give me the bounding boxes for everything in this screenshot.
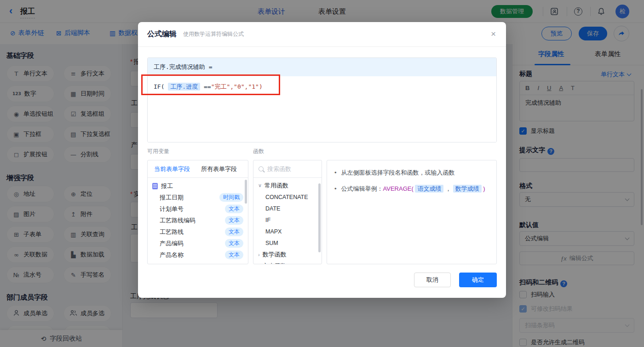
- variable-row[interactable]: 工艺路线编码文本: [148, 215, 248, 226]
- search-placeholder: 搜索函数: [267, 165, 291, 173]
- type-badge: 文本: [225, 250, 243, 259]
- function-item[interactable]: MAPX: [253, 226, 322, 237]
- search-icon: [259, 166, 264, 171]
- chevron-expanded-icon: ∨: [258, 182, 262, 188]
- modal-title: 公式编辑: [147, 29, 177, 39]
- variables-tabs: 当前表单字段 所有表单字段: [148, 160, 248, 178]
- variables-panel: 当前表单字段 所有表单字段 报工 报工日期时间戳 计划单号文本 工艺路线编码文本…: [147, 160, 248, 264]
- function-group-common[interactable]: ∨常用函数: [253, 180, 322, 191]
- function-item[interactable]: DATE: [253, 203, 322, 214]
- function-item[interactable]: IF: [253, 214, 322, 226]
- function-item[interactable]: SUM: [253, 237, 322, 249]
- formula-help-panel: • 从左侧面板选择字段名和函数，或输入函数 • 公式编辑举例：AVERAGE( …: [327, 160, 497, 264]
- tree-root[interactable]: 报工: [148, 180, 248, 192]
- function-search[interactable]: 搜索函数: [253, 160, 322, 178]
- variables-label: 可用变量: [147, 148, 169, 155]
- modal-subtitle: 使用数学运算符编辑公式: [183, 30, 244, 38]
- formula-editor-modal: 公式编辑 使用数学运算符编辑公式 × 工序.完成情况辅助 = IF( 工序.进度…: [138, 22, 506, 298]
- type-badge: 时间戳: [219, 193, 243, 202]
- help-line: • 从左侧面板选择字段名和函数，或输入函数: [334, 168, 489, 177]
- tab-all-form-fields[interactable]: 所有表单字段: [201, 165, 237, 173]
- example-chip: 数学成绩: [453, 185, 482, 193]
- type-badge: 文本: [225, 216, 243, 225]
- chevron-collapsed-icon: ›: [258, 263, 260, 265]
- tree-root-label: 报工: [161, 182, 243, 190]
- example-chip: 语文成绩: [415, 185, 443, 193]
- variable-row[interactable]: 产品名称文本: [148, 249, 248, 261]
- type-badge: 文本: [225, 228, 243, 236]
- functions-scrollbar[interactable]: [318, 183, 321, 252]
- formula-target: 工序.完成情况辅助 =: [148, 58, 496, 76]
- confirm-button[interactable]: 确定: [459, 273, 497, 287]
- cancel-button[interactable]: 取消: [414, 273, 451, 287]
- modal-header: 公式编辑 使用数学运算符编辑公式 ×: [138, 22, 506, 47]
- help-example-line: • 公式编辑举例：AVERAGE( 语文成绩 ， 数学成绩 ): [334, 184, 489, 193]
- tab-current-form-fields[interactable]: 当前表单字段: [154, 165, 190, 173]
- formula-editor: 工序.完成情况辅助 = IF( 工序.进度 =="完工","0","1"): [147, 57, 497, 142]
- variable-row[interactable]: 工艺路线文本: [148, 226, 248, 238]
- close-icon[interactable]: ×: [491, 29, 496, 39]
- function-name: AVERAGE(: [383, 185, 414, 192]
- bullet-icon: •: [334, 168, 337, 177]
- form-doc-icon: [152, 183, 158, 189]
- bullet-icon: •: [334, 184, 337, 193]
- chevron-collapsed-icon: ›: [258, 252, 260, 257]
- annotation-red-box: [141, 74, 280, 95]
- variable-row[interactable]: 计划单号文本: [148, 203, 248, 215]
- functions-label: 函数: [253, 148, 264, 155]
- type-badge: 文本: [225, 205, 243, 213]
- variable-row[interactable]: 报工日期时间戳: [148, 192, 248, 203]
- function-item[interactable]: CONCATENATE: [253, 191, 322, 203]
- variables-scrollbar[interactable]: [245, 180, 247, 204]
- screen: ‹ 报工 表单设计 表单设置 数据管理 ? 检 ⊘ 表单外链 ⊠ 后端脚本 ▥ …: [0, 0, 644, 347]
- type-badge: 文本: [225, 239, 243, 248]
- function-group-text[interactable]: ›文本函数: [253, 260, 322, 264]
- function-group-math[interactable]: ›数学函数: [253, 249, 322, 260]
- variable-row[interactable]: 产品编码文本: [148, 238, 248, 249]
- functions-panel: 搜索函数 ∨常用函数 CONCATENATE DATE IF MAPX SUM …: [253, 160, 322, 264]
